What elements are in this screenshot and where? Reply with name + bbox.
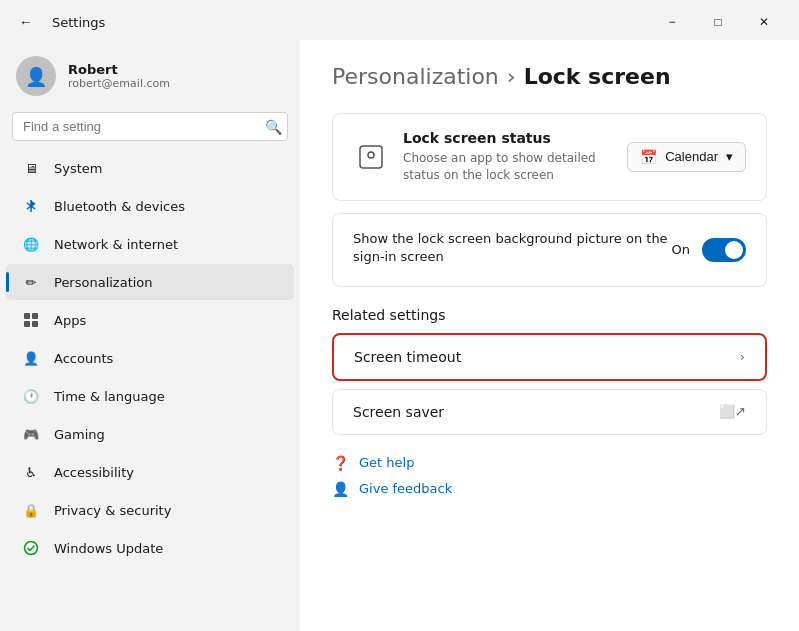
sidebar-label-apps: Apps [54, 313, 86, 328]
close-button[interactable]: ✕ [741, 6, 787, 38]
background-title: Show the lock screen background picture … [353, 230, 672, 266]
search-box: 🔍 [12, 112, 288, 141]
background-picture-card: Show the lock screen background picture … [332, 213, 767, 287]
svg-point-9 [368, 152, 374, 158]
svg-point-7 [25, 542, 38, 555]
avatar: 👤 [16, 56, 56, 96]
sidebar-item-apps[interactable]: Apps [6, 302, 294, 338]
minimize-button[interactable]: − [649, 6, 695, 38]
sidebar-item-gaming[interactable]: 🎮 Gaming [6, 416, 294, 452]
svg-rect-5 [24, 321, 30, 327]
content-area: Personalization › Lock screen Lock scree… [300, 40, 799, 631]
screen-saver-row: Screen saver ⬜↗ [353, 404, 746, 420]
sidebar-label-personalization: Personalization [54, 275, 153, 290]
screen-timeout-label: Screen timeout [354, 349, 461, 365]
chevron-down-icon: ▾ [726, 149, 733, 164]
svg-rect-8 [360, 146, 382, 168]
breadcrumb: Personalization › Lock screen [332, 64, 767, 89]
titlebar-controls: − □ ✕ [649, 6, 787, 38]
lock-screen-status-row: Lock screen status Choose an app to show… [353, 130, 746, 184]
app-body: 👤 Robert robert@email.com 🔍 🖥 System [0, 40, 799, 631]
system-icon: 🖥 [22, 159, 40, 177]
svg-rect-4 [32, 313, 38, 319]
search-input[interactable] [12, 112, 288, 141]
sidebar-item-bluetooth[interactable]: Bluetooth & devices [6, 188, 294, 224]
card-left: Lock screen status Choose an app to show… [353, 130, 627, 184]
related-settings-label: Related settings [332, 307, 767, 323]
user-info: Robert robert@email.com [68, 62, 170, 90]
sidebar-item-accessibility[interactable]: ♿ Accessibility [6, 454, 294, 490]
gaming-icon: 🎮 [22, 425, 40, 443]
windows-update-icon [22, 539, 40, 557]
calendar-dropdown-button[interactable]: 📅 Calendar ▾ [627, 142, 746, 172]
sidebar-item-windows-update[interactable]: Windows Update [6, 530, 294, 566]
sidebar-item-personalization[interactable]: ✏️ Personalization [6, 264, 294, 300]
sidebar-label-privacy: Privacy & security [54, 503, 171, 518]
sidebar-item-time[interactable]: 🕐 Time & language [6, 378, 294, 414]
svg-rect-6 [32, 321, 38, 327]
sidebar-label-windows-update: Windows Update [54, 541, 163, 556]
personalization-icon: ✏️ [22, 273, 40, 291]
toggle-label: On [672, 242, 690, 257]
sidebar-label-bluetooth: Bluetooth & devices [54, 199, 185, 214]
get-help-icon: ❓ [332, 455, 349, 471]
screen-saver-card[interactable]: Screen saver ⬜↗ [332, 389, 767, 435]
calendar-dropdown-label: Calendar [665, 149, 718, 164]
lock-screen-status-desc: Choose an app to show detailed status on… [403, 150, 627, 184]
sidebar: 👤 Robert robert@email.com 🔍 🖥 System [0, 40, 300, 631]
network-icon: 🌐 [22, 235, 40, 253]
accessibility-icon: ♿ [22, 463, 40, 481]
sidebar-item-privacy[interactable]: 🔒 Privacy & security [6, 492, 294, 528]
search-icon[interactable]: 🔍 [265, 119, 282, 135]
breadcrumb-current: Lock screen [524, 64, 671, 89]
sidebar-label-system: System [54, 161, 102, 176]
sidebar-item-system[interactable]: 🖥 System [6, 150, 294, 186]
maximize-button[interactable]: □ [695, 6, 741, 38]
card-text-block: Lock screen status Choose an app to show… [403, 130, 627, 184]
time-icon: 🕐 [22, 387, 40, 405]
screen-saver-label: Screen saver [353, 404, 444, 420]
accounts-icon: 👤 [22, 349, 40, 367]
screen-timeout-arrow-icon: › [740, 349, 745, 364]
toggle-thumb [725, 241, 743, 259]
user-email: robert@email.com [68, 77, 170, 90]
breadcrumb-separator: › [507, 64, 516, 89]
toggle-row: On [672, 238, 746, 262]
sidebar-label-time: Time & language [54, 389, 165, 404]
give-feedback-label: Give feedback [359, 481, 452, 496]
user-name: Robert [68, 62, 170, 77]
titlebar-left: ← Settings [12, 8, 105, 36]
screen-timeout-card[interactable]: Screen timeout › [332, 333, 767, 381]
bluetooth-icon [22, 197, 40, 215]
sidebar-item-accounts[interactable]: 👤 Accounts [6, 340, 294, 376]
get-help-link[interactable]: ❓ Get help [332, 455, 767, 471]
give-feedback-icon: 👤 [332, 481, 349, 497]
sidebar-label-accessibility: Accessibility [54, 465, 134, 480]
titlebar: ← Settings − □ ✕ [0, 0, 799, 40]
privacy-icon: 🔒 [22, 501, 40, 519]
lock-screen-status-card: Lock screen status Choose an app to show… [332, 113, 767, 201]
svg-rect-3 [24, 313, 30, 319]
screen-timeout-row: Screen timeout › [354, 349, 745, 365]
sidebar-label-gaming: Gaming [54, 427, 105, 442]
background-toggle[interactable] [702, 238, 746, 262]
user-profile: 👤 Robert robert@email.com [0, 48, 300, 112]
sidebar-label-network: Network & internet [54, 237, 178, 252]
apps-icon [22, 311, 40, 329]
help-section: ❓ Get help 👤 Give feedback [332, 455, 767, 497]
background-row: Show the lock screen background picture … [353, 230, 746, 270]
app-title: Settings [52, 15, 105, 30]
sidebar-label-accounts: Accounts [54, 351, 113, 366]
breadcrumb-parent: Personalization [332, 64, 499, 89]
external-link-icon: ⬜↗ [719, 404, 746, 419]
give-feedback-link[interactable]: 👤 Give feedback [332, 481, 767, 497]
calendar-icon: 📅 [640, 149, 657, 165]
lock-screen-icon [353, 139, 389, 175]
back-button[interactable]: ← [12, 8, 40, 36]
lock-screen-status-title: Lock screen status [403, 130, 627, 146]
sidebar-item-network[interactable]: 🌐 Network & internet [6, 226, 294, 262]
get-help-label: Get help [359, 455, 414, 470]
